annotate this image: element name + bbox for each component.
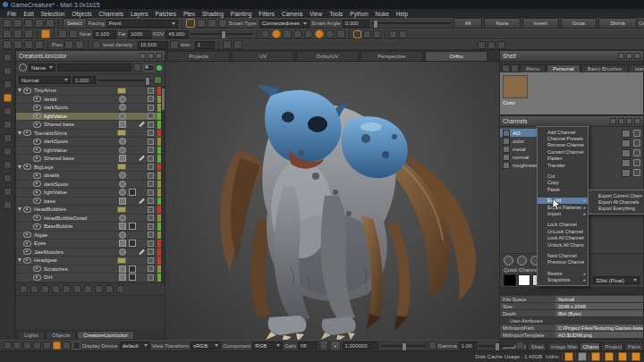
lasso-select-icon[interactable] [197, 19, 206, 28]
context-menu-item[interactable]: Copy [538, 180, 588, 186]
paint-select-icon[interactable] [208, 19, 216, 28]
lock-icon[interactable] [148, 147, 154, 153]
smart-angle-field[interactable]: 0.000 [343, 20, 369, 28]
shelf-color-swatch[interactable] [503, 75, 528, 98]
facing-dropdown[interactable]: Front [106, 20, 178, 28]
property-row[interactable]: User Attributes [500, 317, 643, 324]
filter-toggle[interactable] [143, 64, 155, 72]
slider-thumb[interactable] [221, 30, 226, 39]
selection-action-button[interactable]: Shrink [598, 18, 637, 29]
component-dropdown[interactable]: RGB [252, 341, 283, 349]
panel-float-icon[interactable] [618, 53, 624, 59]
context-menu-item[interactable]: Lock Channel [538, 222, 588, 228]
context-menu-item[interactable] [539, 168, 540, 171]
lock-icon[interactable] [148, 130, 154, 136]
ptex-decrease-icon[interactable] [75, 40, 84, 49]
lock-icon[interactable] [148, 198, 154, 204]
buffer-reset-icon[interactable] [35, 40, 44, 49]
lock-icon[interactable] [148, 173, 154, 179]
context-menu-item[interactable] [539, 248, 540, 250]
layer-mask-icon[interactable] [129, 240, 136, 247]
slerp-tool-icon[interactable] [4, 201, 12, 209]
layer-row[interactable]: Scratches [16, 265, 165, 274]
visibility-eye-icon[interactable] [33, 156, 41, 162]
context-menu-item[interactable]: Previous Channel [538, 259, 588, 265]
menu-item[interactable]: Objects [68, 11, 95, 17]
property-row[interactable]: General [500, 288, 643, 296]
select-button[interactable]: Select [63, 18, 87, 29]
gear-icon[interactable] [133, 63, 141, 72]
opacity-slider[interactable] [97, 80, 152, 81]
layer-row[interactable]: HeadBubbleDetail [16, 215, 165, 223]
panel-collapse-icon[interactable] [148, 53, 154, 59]
warp-tool-icon[interactable] [4, 188, 12, 196]
lock-icon[interactable] [148, 215, 154, 221]
layer-mask-icon[interactable] [129, 265, 136, 273]
mask-edit-icon[interactable] [283, 29, 292, 38]
camera-icon[interactable] [13, 29, 22, 38]
fov-field[interactable]: 45.000 [165, 30, 189, 38]
fill-select-icon[interactable] [218, 19, 227, 28]
shelf-add-icon[interactable] [502, 64, 510, 72]
visibility-eye-icon[interactable] [33, 96, 41, 102]
visibility-eye-icon[interactable] [23, 88, 31, 94]
memory-status-icon[interactable] [591, 352, 600, 361]
layer-row[interactable]: lightValue [16, 147, 165, 156]
lock-icon[interactable] [148, 248, 154, 255]
lock-icon[interactable] [148, 164, 154, 170]
layers-panel-header[interactable]: CreatureLion/color [16, 51, 165, 62]
share-layer-icon[interactable] [73, 285, 81, 293]
menu-item[interactable]: Tools [326, 11, 346, 17]
lighting-basic-icon[interactable] [33, 341, 41, 349]
add-adjustment-icon[interactable] [30, 285, 38, 293]
project-status-icon[interactable] [564, 352, 573, 361]
menu-item[interactable]: Nuke [372, 11, 393, 17]
lock-icon[interactable] [148, 223, 154, 230]
context-menu-item[interactable]: Export Flattened ▸ [538, 204, 588, 210]
redo-icon[interactable] [46, 19, 55, 28]
depth-mask-icon[interactable] [304, 29, 313, 38]
layer-row[interactable]: Dirt [16, 274, 165, 282]
far-field[interactable]: 1000 [128, 30, 151, 38]
lock-icon[interactable] [148, 206, 154, 213]
right-panel-tab[interactable]: Shad... [528, 342, 547, 350]
smart-angle-slider[interactable] [371, 22, 452, 24]
right-panel-tab[interactable]: Chann... [580, 342, 601, 350]
context-menu-item[interactable]: Convert Channel [538, 148, 588, 155]
cache-status-icon[interactable] [578, 352, 587, 361]
shadow-toggle-icon[interactable] [53, 341, 61, 349]
visibility-eye-icon[interactable] [33, 215, 41, 221]
visibility-eye-icon[interactable] [33, 181, 41, 187]
gamma-slider[interactable] [479, 345, 514, 347]
snapshot-view-icon[interactable] [4, 341, 12, 349]
ptex-increase-icon[interactable] [64, 40, 73, 49]
add-mask-icon[interactable] [63, 285, 71, 293]
left-panel-tab[interactable]: Lights [18, 331, 45, 339]
layer-mask-icon[interactable] [129, 223, 136, 230]
menu-item[interactable]: Layers [127, 11, 152, 17]
blend-mode-dropdown[interactable]: Normal [19, 76, 71, 84]
viewport-tab[interactable]: UV [232, 51, 294, 61]
save-status-icon[interactable] [631, 352, 640, 361]
context-menu-item[interactable] [539, 217, 540, 220]
visibility-eye-icon[interactable] [33, 147, 41, 153]
viewport-tab[interactable]: Ortho/UV [296, 51, 359, 61]
lock-icon[interactable] [148, 139, 154, 145]
visibility-eye-icon[interactable] [33, 265, 41, 272]
context-menu-item[interactable]: Resize ▸ [538, 270, 588, 276]
left-panel-tab[interactable]: Objects [46, 331, 76, 339]
quick-channel-swatch[interactable] [504, 274, 516, 286]
layer-row[interactable]: JawMuscles [16, 248, 165, 257]
channel-preview-icon[interactable] [622, 149, 631, 157]
selection-action-button[interactable]: All [453, 18, 483, 29]
context-menu-item[interactable]: Snapshots ▸ [538, 276, 588, 282]
layer-row[interactable]: darkSpots [16, 104, 165, 113]
visibility-eye-icon[interactable] [33, 198, 41, 204]
panel-collapse-icon[interactable] [626, 53, 632, 59]
symmetry-off-icon[interactable] [353, 30, 361, 38]
slider-thumb[interactable] [495, 342, 500, 351]
world-density-icon[interactable] [92, 40, 101, 49]
mirror-paint-icon[interactable] [389, 30, 397, 38]
slider-thumb[interactable] [145, 77, 150, 86]
submenu-item[interactable]: Export Current Channel [589, 192, 644, 198]
